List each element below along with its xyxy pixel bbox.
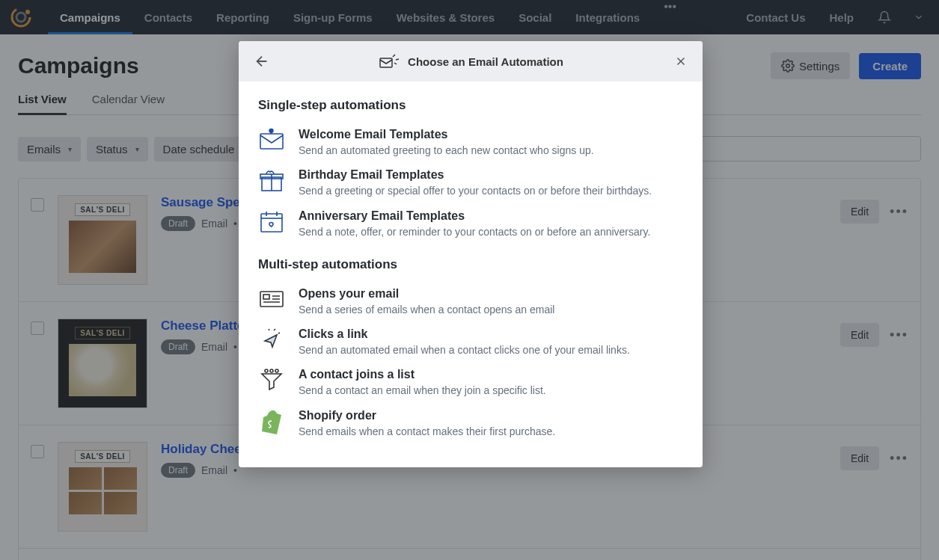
option-desc: Send an automated email when a contact c… — [299, 342, 683, 357]
modal-header: Choose an Email Automation — [239, 41, 703, 81]
envelope-heart-icon — [258, 128, 285, 155]
section-multi-step: Multi-step automations — [258, 257, 683, 272]
option-desc: Send a contact an email when they join a… — [299, 383, 683, 398]
option-opens-email[interactable]: Opens your email Send a series of emails… — [258, 286, 683, 319]
svg-rect-5 — [260, 134, 283, 149]
close-button[interactable] — [674, 55, 688, 68]
shopify-icon — [258, 409, 285, 436]
option-desc: Send a greeting or special offer to your… — [299, 183, 683, 198]
automation-icon — [378, 52, 400, 70]
option-joins-list[interactable]: A contact joins a list Send a contact an… — [258, 366, 683, 399]
funnel-icon — [258, 368, 285, 395]
option-anniversary-email[interactable]: Anniversary Email Templates Send a note,… — [258, 208, 683, 241]
option-title: Opens your email — [299, 287, 683, 301]
option-title: A contact joins a list — [299, 368, 683, 381]
option-birthday-email[interactable]: Birthday Email Templates Send a greeting… — [258, 167, 683, 200]
svg-rect-10 — [263, 295, 269, 299]
option-clicks-link[interactable]: Clicks a link Send an automated email wh… — [258, 326, 683, 359]
gift-icon — [258, 168, 285, 195]
option-welcome-email[interactable]: Welcome Email Templates Send an automate… — [258, 126, 683, 159]
svg-point-13 — [275, 369, 278, 372]
automation-modal: Choose an Email Automation Single-step a… — [239, 41, 703, 467]
option-title: Birthday Email Templates — [299, 168, 683, 182]
back-button[interactable] — [254, 53, 270, 70]
option-title: Anniversary Email Templates — [299, 209, 683, 223]
cursor-click-icon — [258, 327, 285, 354]
option-desc: Send emails when a contact makes their f… — [299, 424, 683, 439]
svg-rect-4 — [380, 58, 392, 67]
option-desc: Send a series of emails when a contact o… — [299, 302, 683, 317]
option-title: Shopify order — [299, 409, 683, 422]
email-open-icon — [258, 287, 285, 314]
option-shopify-order[interactable]: Shopify order Send emails when a contact… — [258, 407, 683, 440]
option-desc: Send a note, offer, or reminder to your … — [299, 224, 683, 239]
calendar-heart-icon — [258, 209, 285, 236]
svg-point-12 — [270, 369, 273, 372]
modal-title: Choose an Email Automation — [408, 55, 563, 68]
option-title: Clicks a link — [299, 327, 683, 341]
option-desc: Send an automated greeting to each new c… — [299, 143, 683, 158]
svg-point-11 — [265, 369, 268, 372]
option-title: Welcome Email Templates — [299, 128, 683, 141]
modal-body: Single-step automations Welcome Email Te… — [239, 81, 703, 467]
section-single-step: Single-step automations — [258, 98, 683, 113]
